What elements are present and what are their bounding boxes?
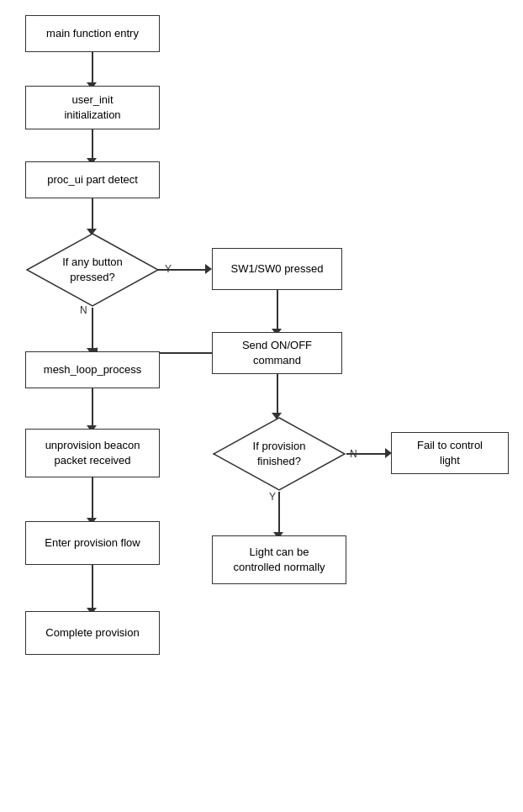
proc-ui-box: proc_ui part detect	[25, 161, 160, 198]
provision-check-diamond: If provision finished?	[212, 416, 346, 492]
light-controlled-box: Light can be controlled normally	[212, 535, 346, 584]
unprovision-box: unprovision beacon packet received	[25, 429, 160, 477]
mesh-loop-box: mesh_loop_process	[25, 351, 160, 388]
fail-control-box: Fail to control light	[391, 432, 509, 474]
main-function-box: main function entry	[25, 15, 160, 52]
sw1-sw0-box: SW1/SW0 pressed	[212, 248, 342, 290]
complete-provision-box: Complete provision	[25, 611, 160, 655]
send-command-box: Send ON/OFF command	[212, 332, 342, 374]
flowchart-diagram: main function entry user_init initializa…	[0, 0, 523, 812]
enter-provision-box: Enter provision flow	[25, 521, 160, 565]
button-check-diamond: If any button pressed?	[25, 232, 160, 308]
yes-label-provision: Y	[269, 491, 276, 503]
user-init-box: user_init initialization	[25, 86, 160, 129]
no-label-button: N	[80, 304, 87, 316]
